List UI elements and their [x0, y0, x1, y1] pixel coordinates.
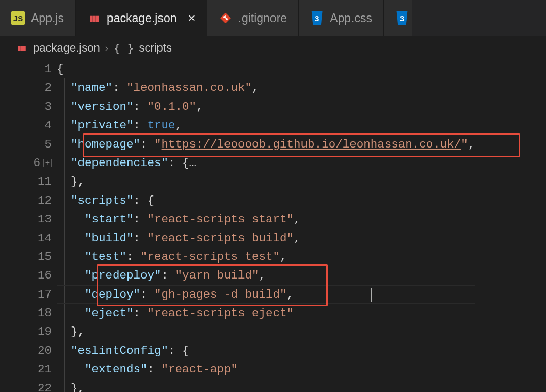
line-number: 11 — [38, 172, 52, 191]
tab-app-js[interactable]: JS App.js — [0, 0, 76, 36]
symbol-kind: { } — [114, 42, 134, 55]
git-file-icon — [219, 11, 232, 25]
code-line[interactable]: "scripts": { — [57, 191, 475, 210]
npm-file-icon: ▮▮▮ — [14, 41, 28, 55]
code-area[interactable]: { "name": "leonhassan.co.uk", "version":… — [57, 60, 475, 392]
code-line[interactable]: }, — [57, 379, 475, 392]
line-number: 19 — [38, 322, 52, 341]
tab-label: package.json — [107, 11, 177, 25]
tab-label: App.css — [330, 11, 372, 25]
line-number: 17 — [38, 285, 52, 304]
code-line[interactable]: "eject": "react-scripts eject" — [57, 304, 475, 322]
breadcrumb[interactable]: ▮▮▮ package.json › { } scripts — [0, 36, 546, 60]
tab-gitignore[interactable]: .gitignore — [207, 0, 299, 36]
line-number: 15 — [38, 248, 52, 266]
line-number: 18 — [38, 304, 52, 322]
tab-package-json[interactable]: ▮▮▮ package.json × — [76, 0, 207, 36]
editor[interactable]: 1 2 3 4 5 6+ 11 12 13 14 15 16 17 18 19 … — [0, 60, 546, 392]
code-line[interactable]: "dependencies": {… — [57, 154, 475, 172]
code-line[interactable]: "name": "leonhassan.co.uk", — [57, 78, 475, 97]
line-number: 2 — [44, 78, 52, 97]
tab-label: App.js — [31, 11, 64, 25]
line-number: 22 — [38, 379, 52, 392]
code-line[interactable]: "version": "0.1.0", — [57, 97, 475, 116]
line-number: 14 — [38, 229, 52, 248]
code-line[interactable]: "eslintConfig": { — [57, 341, 475, 360]
line-number: 5 — [44, 135, 52, 154]
tab-app-css[interactable]: 3 App.css — [299, 0, 384, 36]
code-line[interactable]: "deploy": "gh-pages -d build", — [57, 285, 475, 304]
line-number: 20 — [38, 341, 52, 360]
tab-bar: JS App.js ▮▮▮ package.json × .gitignore … — [0, 0, 546, 36]
js-file-icon: JS — [11, 11, 25, 25]
gutter: 1 2 3 4 5 6+ 11 12 13 14 15 16 17 18 19 … — [0, 60, 57, 392]
line-number: 12 — [38, 191, 52, 210]
line-number: 6 — [33, 154, 40, 172]
code-line[interactable]: }, — [57, 172, 475, 191]
close-icon[interactable]: × — [188, 12, 195, 24]
breadcrumb-symbol: scripts — [139, 41, 172, 55]
tab-label: .gitignore — [238, 11, 287, 25]
code-line[interactable]: "test": "react-scripts test", — [57, 248, 475, 266]
tab-truncated[interactable]: 3 — [384, 0, 412, 36]
code-line[interactable]: "extends": "react-app" — [57, 360, 475, 379]
breadcrumb-file: package.json — [33, 41, 100, 55]
code-line[interactable]: "predeploy": "yarn build", — [57, 266, 475, 285]
text-cursor — [371, 288, 372, 302]
line-number: 4 — [44, 116, 52, 135]
line-number: 16 — [38, 266, 52, 285]
code-line[interactable]: }, — [57, 322, 475, 341]
line-number: 13 — [38, 210, 52, 228]
fold-expand-icon[interactable]: + — [43, 159, 52, 167]
code-line[interactable]: "build": "react-scripts build", — [57, 229, 475, 248]
line-number: 21 — [38, 360, 52, 379]
code-line[interactable]: { — [57, 60, 475, 78]
chevron-right-icon: › — [105, 43, 108, 54]
npm-file-icon: ▮▮▮ — [87, 11, 101, 25]
css-file-icon: 3 — [310, 11, 324, 25]
css-file-icon: 3 — [395, 11, 409, 25]
line-number: 3 — [44, 97, 52, 116]
code-line[interactable]: "private": true, — [57, 116, 475, 135]
line-number: 1 — [44, 60, 52, 78]
code-line[interactable]: "start": "react-scripts start", — [57, 210, 475, 228]
code-line[interactable]: "homepage": "https://leoooob.github.io/l… — [57, 135, 475, 154]
